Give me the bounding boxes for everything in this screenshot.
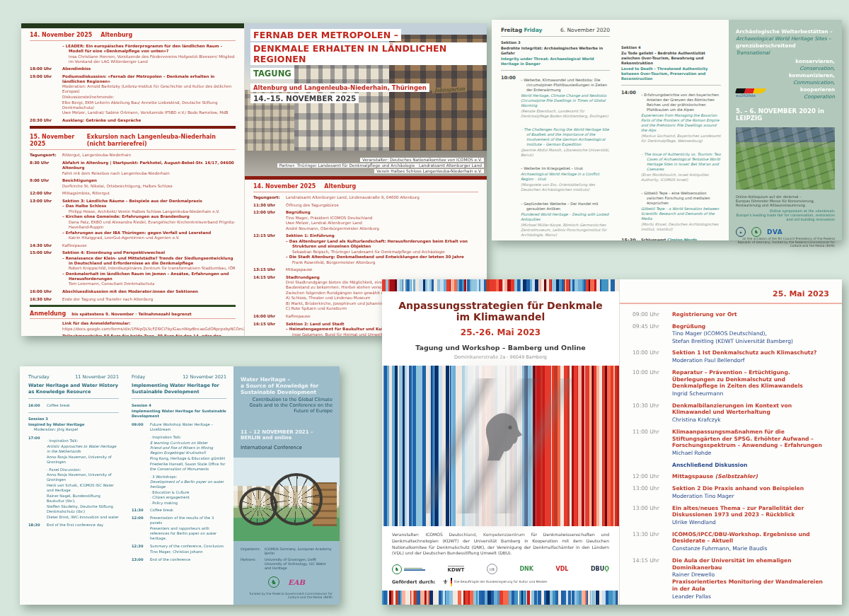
date-label: 6. November 2020: [560, 27, 610, 34]
vdl-logo: VDL: [555, 566, 568, 572]
schedule-time: 16:15 Uhr: [253, 322, 286, 336]
schedule-line: Begrüßung: [286, 210, 478, 215]
schedule-line: Panel Discussion:: [47, 467, 119, 472]
schedule-row: 13:00 UhrSektion 2 Die Praxis anhand von…: [633, 485, 829, 500]
schedule-time: 13:00 Uhr: [30, 199, 62, 241]
cover-title-line2: a Source of Knowledge for Sustainable De…: [241, 383, 318, 395]
schedule-content: Coffee break: [47, 403, 119, 409]
schedule-time: 13:00 Uhr: [633, 505, 672, 527]
schedule-time: 10:30 Uhr: [633, 402, 672, 424]
green-bar-top: [21, 23, 244, 28]
schedule-line: Renaissance der Klein- und Mittelstädte?…: [62, 256, 236, 266]
schedule-content: End of the first conference day: [47, 523, 119, 528]
schedule-time: 14:00: [621, 90, 641, 147]
text-line: Archaeological World Heritage Sites –: [736, 35, 835, 42]
schedule-line: Das Altenburger Land als Kulturlandschaf…: [286, 239, 478, 249]
schedule-content: BegrüßungTino Mager (ICOMOS Deutschland)…: [672, 323, 829, 345]
icomos-logo: ♞: [751, 227, 761, 237]
uni-bamberg-seal: UB: [487, 564, 497, 574]
schedule-row: 16:30 UhrEnde der Tagung und Transfer na…: [30, 297, 236, 303]
schedule-content: Registrierung vor Ort: [672, 311, 829, 318]
kdwt-logo: KDWT: [448, 566, 465, 573]
schedule-line: Anna-Rosja Haveman, University of Gronin…: [47, 472, 119, 482]
schedule-14-november: LEADER: Ein europäisches Förderprogramm …: [30, 44, 236, 123]
schedule-time: 17:00: [28, 436, 47, 521]
schedule-time: 16:30 Uhr: [30, 297, 62, 303]
schedule-line: Rainer Nagel, Bundesstiftung Baukultur (…: [47, 494, 119, 504]
conference-date: 14.–15. NOVEMBER 2025: [250, 93, 359, 103]
schedule-line: Registrierung vor Ort: [672, 311, 829, 318]
schedule-line: Diskussionsteilnehmende:: [62, 95, 236, 100]
schedule-content: Sektion 4: Einordnung und Perspektivwech…: [62, 250, 236, 287]
schedule-time: 13:00 Uhr: [633, 485, 672, 500]
schedule-line: Friend and Foe of Miners in Mining Regio…: [150, 446, 226, 455]
schedule-content: Welterbe im Kriegsgebiet – UrukArchaeolo…: [521, 163, 610, 196]
schedule-row: 18:00 UhrAbendimbiss: [30, 66, 236, 72]
day-header-thursday: Thursday 11 November 2021 Water Heritage…: [28, 374, 119, 399]
schedule-line: Moderation Tino Mager: [672, 493, 829, 500]
schedule-row: 20:30 UhrAusklang: Getränke und Gespräch…: [30, 118, 236, 124]
schedule-line: Link für das Anmeldeformular:: [62, 321, 236, 326]
flyer1-left-content: 14. November 2025 Altenburg LEADER: Ein …: [21, 28, 244, 336]
schedule-line: (Jeanine Abdul Massih, Libanesische Univ…: [521, 148, 610, 158]
schedule-time: 09:45 Uhr: [633, 323, 672, 345]
rule: [28, 412, 119, 413]
text-line: Bedrohte Integrität: Archäologisches Wel…: [501, 46, 610, 56]
schedule-row: Tagungsort:Landratsamt Altenburger Land,…: [253, 195, 478, 201]
cover-title: Archäologische Welterbestätten –Archaeol…: [736, 28, 835, 56]
cover-footnote: funded by the Federal Government Commiss…: [241, 592, 333, 599]
schedule-content: Schlusswort Closing WordsJörg Haspel, Pr…: [641, 238, 721, 240]
schedule-line: (Markus Gschwind, Bayerisches Landesamt …: [641, 134, 721, 144]
section3-header: Sektion 3Bedrohte Integrität: Archäologi…: [501, 40, 610, 71]
registration-link[interactable]: https://docs.google.com/forms/d/e/1FAIpQ…: [62, 327, 236, 332]
flyer4-right-page: 25. Mai 2023 09:00 UhrRegistrierung vor …: [619, 279, 842, 605]
noria-waterwheel-photo: [233, 458, 340, 541]
schedule-time: 8:30 Uhr: [30, 161, 62, 176]
schedule-line: Mittagspause: [286, 267, 478, 272]
schedule-row: 15:00 UhrSektion 4: Einordnung und Persp…: [30, 250, 236, 287]
schedule-time: [30, 334, 62, 336]
text-line: grenzüberschreitend: [736, 42, 835, 49]
schedule-row: 11:00 UhrKlimaanpassungsmaßnahmen für di…: [633, 429, 829, 457]
schedule-content: Sektion 1 Ist Denkmalschutz auch Klimasc…: [672, 349, 829, 364]
schedule-content: Ende der Tagung und Transfer nach Altenb…: [62, 297, 236, 303]
schedule-row: 14:30 UhrKaffeepause: [30, 243, 236, 249]
eagle-icon: ⚜: [442, 579, 448, 586]
section-place: Exkursion nach Langenleuba-Niederhain (n…: [87, 134, 236, 148]
schedule-content: Öffnung des Tagungsbüros: [286, 203, 478, 209]
schedule-line: Praxisorientiertes Monitoring der Wandma…: [672, 579, 829, 593]
schedule-line: Kirchen ohne Gemeinde: Erfahrungen aus B…: [62, 214, 236, 219]
coffee-break-row: 16:00Coffee break: [28, 403, 119, 409]
schedule-line: The Challenges Facing the World Heritage…: [521, 127, 610, 147]
schedule-row: 11:30Coffee break: [132, 508, 226, 513]
schedule-line: Inspiration Talk:: [47, 438, 119, 443]
sculpture-head: [477, 407, 522, 461]
text-segment: Schlusswort: [641, 238, 667, 240]
flyer3-column2: Friday 12 November 2021 Implementing Wat…: [126, 366, 233, 605]
schedule-row: 8:30 UhrAbfahrt in Altenburg | Startpunk…: [30, 161, 236, 176]
schedule-line: Presentation of the results of the 3 pan…: [150, 516, 226, 525]
conference-kind: International Conference: [241, 445, 333, 451]
schedule-line: Dieter Ernst, IWC-Innovation and water: [47, 515, 119, 520]
schedule-line: Ein altes/neues Thema – zur Parallelität…: [672, 505, 829, 519]
schedule-line: (Renate Ebersbach, Landesamt für Denkmal…: [521, 109, 610, 119]
schedule-row: 13:00 UhrEin altes/neues Thema – zur Par…: [633, 505, 829, 527]
text-segment: Mittagspause: [672, 473, 715, 480]
flyer4-logo-strip: ♞ KDWT UB DNK VDL DBUǪ: [382, 561, 619, 576]
warming-stripes-band-bottom: [382, 591, 619, 605]
schedule-row: 9:00 UhrBesichtigungenDorfkirche St. Nik…: [30, 178, 236, 189]
schedule-line: Philipp Hesse, Architekt/ Verein Halbes …: [62, 209, 236, 214]
schedule-content: BesichtigungenDorfkirche St. Nikolai, Or…: [62, 178, 236, 189]
flyer2-column2: Sektion 4Zu Tode geliebt – Bedrohte Auth…: [618, 20, 729, 240]
schedule-time: 11:00 Uhr: [633, 429, 672, 457]
day-label: Friday: [132, 374, 145, 380]
organizer-block: Organizers: ICOMOS Germany, European Aca…: [241, 547, 333, 572]
brochure-collage: 14. November 2025 Altenburg LEADER: Ein …: [0, 0, 849, 616]
schedule-line: Archaeological World Heritage in a Confl…: [521, 172, 610, 182]
conference-date: 25.-26. Mai 2023: [392, 327, 609, 337]
schedule-line: Göbekli Tepe – eine Weltsensation zwisch…: [641, 191, 721, 206]
registration-info: Link für das Anmeldeformular:https://doc…: [30, 321, 236, 336]
schedule-line: Sektion 4: Einordnung und Perspektivwech…: [62, 250, 236, 255]
schedule-line: Katrin Hitziggrad, LeerGut-Agentinnen un…: [62, 236, 236, 240]
schedule-line: Teilnahmegebühr: 50 Euro für beide Tage,…: [62, 334, 236, 336]
